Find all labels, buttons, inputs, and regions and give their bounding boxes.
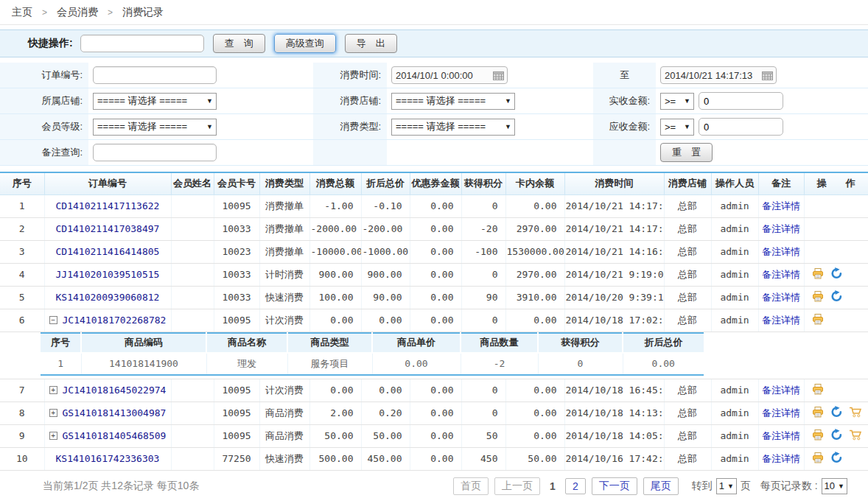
table-header-row: 序号订单编号会员姓名会员卡号消费类型消费总额折后总价优惠券金额获得积分卡内余额消… (0, 172, 868, 194)
due-amount-input[interactable] (699, 118, 783, 136)
remark-detail-link[interactable]: 备注详情 (762, 292, 800, 303)
order-no-link[interactable]: CD1410211417113622 (56, 200, 160, 211)
cell-order-no: JJ1410201039510515 (44, 263, 171, 286)
order-no-link[interactable]: KS1410161742336303 (56, 453, 160, 464)
remark-detail-link[interactable]: 备注详情 (762, 315, 800, 326)
printer-icon[interactable] (812, 314, 824, 327)
goto-page-select[interactable]: 1▼ (716, 478, 737, 494)
cell-remark: 备注详情 (758, 217, 804, 240)
subtable-cell: 1 (41, 353, 81, 375)
cell-order-no: CD1410211416414805 (44, 240, 171, 263)
remark-detail-link[interactable]: 备注详情 (762, 246, 800, 257)
breadcrumb-member-consume[interactable]: 会员消费 (57, 6, 98, 19)
expand-icon[interactable]: + (49, 409, 57, 417)
order-no-input[interactable] (93, 66, 217, 84)
cell-order-no: +GS1410181405468509 (44, 424, 171, 447)
page-next[interactable]: 下一页 (592, 477, 637, 495)
cart-icon[interactable] (849, 406, 862, 420)
printer-icon[interactable] (812, 291, 824, 304)
quick-search-input[interactable] (80, 35, 204, 52)
real-amount-input[interactable] (699, 92, 783, 110)
member-level-select[interactable]: ===== 请选择 =====▼ (93, 119, 217, 136)
query-button[interactable]: 查 询 (213, 34, 265, 53)
cell-points: 0 (461, 379, 505, 401)
breadcrumb: 主页 > 会员消费 > 消费记录 (0, 0, 868, 25)
cell-row-no: 10 (0, 447, 44, 470)
remark-detail-link[interactable]: 备注详情 (762, 269, 800, 280)
order-no-link[interactable]: JJ1410201039510515 (56, 269, 160, 280)
breadcrumb-consume-records[interactable]: 消费记录 (122, 6, 164, 19)
remark-detail-link[interactable]: 备注详情 (762, 407, 800, 418)
cell-points: 0 (461, 309, 505, 332)
order-no-link[interactable]: GS1410181413004987 (63, 407, 167, 418)
table-row: 5KS141020093906081210033快速消费100.0090.000… (0, 286, 868, 309)
cell-remark: 备注详情 (758, 286, 804, 309)
own-store-select[interactable]: ===== 请选择 =====▼ (93, 93, 217, 110)
page-last[interactable]: 尾页 (643, 477, 679, 495)
remark-detail-link[interactable]: 备注详情 (762, 223, 800, 234)
remark-detail-link[interactable]: 备注详情 (762, 453, 800, 464)
order-no-link[interactable]: JC1410181702268782 (63, 315, 167, 326)
cell-consume-type: 计时消费 (259, 263, 309, 286)
order-no-link[interactable]: JC1410181645022974 (63, 385, 167, 396)
remark-detail-link[interactable]: 备注详情 (762, 385, 800, 396)
chevron-down-icon: ▼ (505, 123, 511, 130)
undo-icon[interactable] (830, 452, 842, 466)
table-row: 3CD141021141641480510023消费撤单-10000.00-10… (0, 240, 868, 263)
cell-time: 2014/10/21 14:17:03 (564, 217, 664, 240)
remark-query-input[interactable] (93, 144, 217, 161)
printer-icon[interactable] (812, 452, 824, 466)
cart-icon[interactable] (849, 429, 862, 443)
order-no-link[interactable]: GS1410181405468509 (63, 430, 167, 441)
printer-icon[interactable] (812, 384, 824, 397)
cell-operator: admin (711, 309, 758, 332)
advanced-query-button[interactable]: 高级查询 (274, 34, 336, 53)
page-size-select[interactable]: 10▼ (822, 478, 847, 494)
footer-bar: 当前第1/2页 共12条记录 每页10条 首页上一页12下一页尾页 转到 1▼ … (0, 477, 868, 495)
calendar-icon[interactable] (762, 71, 773, 80)
table-row: 4JJ141020103951051510033计时消费900.00900.00… (0, 263, 868, 286)
column-header: 会员卡号 (214, 172, 259, 194)
breadcrumb-home[interactable]: 主页 (12, 6, 32, 19)
consume-time-from-input[interactable]: 2014/10/1 0:00:00 (391, 66, 508, 84)
order-no-link[interactable]: CD1410211416414805 (56, 246, 160, 257)
remark-detail-link[interactable]: 备注详情 (762, 430, 800, 441)
cell-consume-type: 消费撤单 (259, 194, 309, 217)
cell-card-no: 77250 (214, 447, 259, 470)
cell-card-no: 10095 (214, 309, 259, 332)
due-amount-op-select[interactable]: >=▼ (660, 119, 694, 136)
cell-balance: 0.00 (505, 401, 564, 424)
consume-time-to-input[interactable]: 2014/10/21 14:17:13 (660, 66, 777, 84)
subtable-column-header: 商品单价 (372, 333, 461, 353)
real-amount-op-select[interactable]: >=▼ (660, 93, 694, 110)
undo-icon[interactable] (830, 406, 842, 420)
cell-balance: 0.00 (505, 424, 564, 447)
page-2[interactable]: 2 (565, 478, 586, 494)
chevron-down-icon: ▼ (684, 97, 690, 105)
cell-coupon: 0.00 (410, 309, 461, 332)
consume-store-select[interactable]: ===== 请选择 =====▼ (391, 93, 515, 110)
undo-icon[interactable] (830, 290, 842, 304)
printer-icon[interactable] (812, 268, 824, 281)
cell-time: 2014/10/18 14:05:46 (564, 424, 664, 447)
reset-button[interactable]: 重 置 (660, 143, 713, 162)
remark-query-label: 备注查询: (0, 140, 88, 166)
collapse-icon[interactable]: − (49, 316, 57, 324)
order-no-link[interactable]: KS1410200939060812 (56, 292, 160, 303)
printer-icon[interactable] (812, 429, 824, 443)
cell-balance: 3910.00 (505, 286, 564, 309)
calendar-icon[interactable] (493, 71, 504, 80)
undo-icon[interactable] (830, 267, 842, 281)
cell-time: 2014/10/20 9:39:16 (564, 286, 664, 309)
cell-operator: admin (711, 240, 758, 263)
remark-detail-link[interactable]: 备注详情 (762, 200, 800, 211)
order-no-link[interactable]: CD1410211417038497 (56, 223, 160, 234)
cell-store: 总部 (664, 217, 711, 240)
expand-icon[interactable]: + (49, 432, 57, 440)
printer-icon[interactable] (812, 407, 824, 420)
expand-icon[interactable]: + (49, 386, 57, 394)
subtable-column-header: 序号 (41, 333, 81, 353)
undo-icon[interactable] (830, 429, 842, 443)
consume-type-select[interactable]: ===== 请选择 =====▼ (391, 119, 515, 136)
export-button[interactable]: 导 出 (345, 34, 397, 53)
